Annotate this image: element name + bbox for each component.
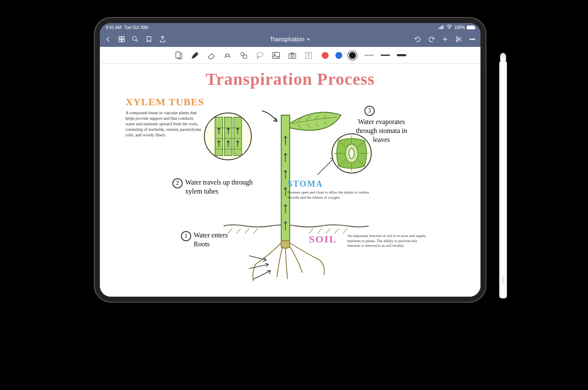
svg-point-21: [197, 52, 198, 54]
page-tool-icon[interactable]: [174, 51, 183, 60]
add-icon[interactable]: [441, 35, 449, 43]
status-date: Tue Oct 30th: [124, 25, 148, 30]
signal-icon: [439, 25, 445, 30]
step-1-badge: 1: [181, 231, 191, 241]
svg-point-26: [274, 54, 276, 55]
svg-rect-2: [441, 26, 442, 29]
image-tool-icon[interactable]: [271, 51, 281, 60]
svg-rect-8: [122, 40, 124, 42]
status-bar: 9:41 AM Tue Oct 30th 100%: [100, 23, 480, 32]
svg-point-28: [291, 55, 294, 57]
svg-point-22: [241, 52, 244, 56]
xylem-heading: XYLEM TUBES: [125, 96, 204, 108]
color-black[interactable]: [349, 52, 356, 59]
toolbar: T: [100, 47, 480, 64]
svg-line-46: [343, 228, 347, 234]
redo-icon[interactable]: [428, 35, 435, 43]
svg-rect-32: [215, 117, 223, 156]
svg-line-44: [326, 228, 330, 234]
share-icon[interactable]: [159, 35, 166, 43]
highlighter-tool-icon[interactable]: [223, 51, 232, 60]
step-2-badge: 2: [172, 178, 183, 188]
chevron-down-icon: [306, 37, 311, 41]
apple-pencil: Pencil: [499, 60, 507, 298]
svg-rect-6: [122, 37, 124, 39]
pencil-label: Pencil: [502, 277, 504, 283]
soil-text: An important function of soil is to stor…: [347, 234, 428, 248]
svg-point-50: [349, 148, 354, 159]
ipad-frame: 9:41 AM Tue Oct 30th 100%: [94, 17, 486, 303]
eraser-tool-icon[interactable]: [207, 51, 216, 60]
status-time: 9:41 AM: [106, 25, 122, 30]
grid-icon[interactable]: [118, 35, 125, 43]
lasso-tool-icon[interactable]: [255, 51, 265, 60]
bookmark-icon[interactable]: [145, 35, 153, 43]
svg-rect-5: [119, 37, 121, 39]
nav-bar: Transpiration: [100, 32, 480, 47]
svg-rect-7: [119, 40, 121, 42]
screen: 9:41 AM Tue Oct 30th 100%: [100, 23, 480, 297]
shapes-tool-icon[interactable]: [239, 51, 248, 60]
svg-point-19: [474, 39, 475, 40]
wifi-icon: [446, 25, 452, 30]
canvas-title: Transpiration Process: [100, 69, 480, 89]
stoma-text: Stomata open and close to allow the inta…: [288, 190, 373, 200]
svg-point-24: [257, 52, 263, 57]
battery-pct: 100%: [454, 25, 465, 30]
text-tool-icon[interactable]: T: [304, 51, 313, 60]
svg-line-43: [317, 228, 322, 234]
svg-line-45: [335, 228, 339, 234]
svg-rect-34: [234, 117, 242, 156]
stroke-thick[interactable]: [397, 54, 406, 56]
step-1-text: Water enters Roots: [194, 231, 241, 249]
svg-rect-3: [442, 25, 443, 29]
svg-rect-20: [176, 52, 180, 58]
soil-heading: SOIL: [309, 234, 337, 245]
step-2-text: Water travels up through xylem tubes: [185, 178, 258, 196]
stroke-thin[interactable]: [364, 55, 374, 55]
step-3-text: Water evaporates through stomata in leav…: [356, 118, 407, 144]
svg-line-40: [245, 228, 249, 234]
svg-rect-25: [273, 52, 279, 58]
more-icon[interactable]: [469, 35, 476, 43]
pen-tool-icon[interactable]: [190, 51, 200, 60]
svg-line-10: [136, 40, 138, 42]
svg-rect-33: [224, 117, 232, 156]
color-red[interactable]: [322, 52, 329, 59]
stroke-medium[interactable]: [381, 55, 390, 56]
svg-point-17: [470, 39, 471, 40]
svg-text:T: T: [307, 53, 310, 58]
battery-icon: [467, 26, 474, 29]
doc-title: Transpiration: [270, 36, 304, 43]
svg-point-18: [472, 39, 473, 40]
svg-rect-0: [439, 28, 440, 29]
svg-line-41: [253, 228, 258, 234]
undo-icon[interactable]: [414, 35, 422, 43]
scissors-icon[interactable]: [455, 35, 463, 43]
svg-point-4: [449, 28, 450, 29]
camera-tool-icon[interactable]: [288, 51, 297, 60]
search-icon[interactable]: [131, 35, 139, 43]
drawing-canvas[interactable]: Transpiration Process XYLEM TUBES A comp…: [100, 64, 480, 297]
stoma-heading: STOMA: [288, 179, 323, 189]
svg-point-9: [133, 37, 137, 40]
back-icon[interactable]: [104, 35, 112, 43]
doc-title-dropdown[interactable]: Transpiration: [172, 36, 408, 43]
xylem-diagram: [202, 111, 253, 162]
step-3-badge: 3: [364, 106, 375, 116]
svg-line-42: [309, 228, 313, 234]
xylem-text: A compound tissue in vascular plants tha…: [125, 110, 202, 138]
svg-rect-1: [440, 27, 441, 29]
color-blue[interactable]: [335, 52, 342, 59]
